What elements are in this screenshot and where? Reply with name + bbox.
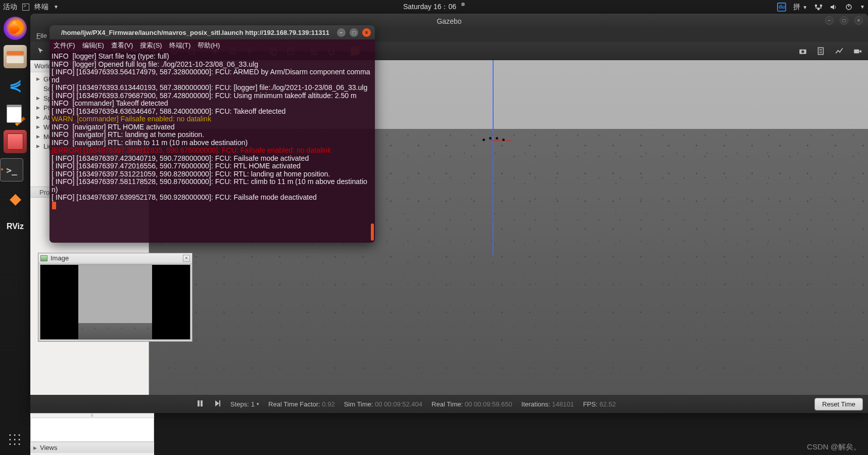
iter-value: 148101 [552, 400, 574, 408]
svg-rect-0 [815, 5, 817, 7]
rviz-empty-area [30, 418, 154, 442]
rtf-value: 0.92 [322, 400, 334, 408]
menu-search[interactable]: 搜索(S) [140, 41, 162, 50]
fps-value: 62.52 [599, 400, 616, 408]
camera-icon[interactable] [796, 44, 809, 58]
views-header[interactable]: ▶Views [30, 442, 154, 453]
files-icon[interactable] [4, 45, 27, 68]
tab-world[interactable]: World [34, 62, 52, 70]
pause-button[interactable] [196, 399, 204, 409]
drone-model[interactable] [483, 137, 505, 143]
close-icon[interactable]: × [183, 255, 190, 262]
log-icon[interactable] [814, 44, 828, 58]
svg-rect-1 [820, 5, 822, 7]
reset-time-button[interactable]: Reset Time [814, 398, 863, 411]
network-icon[interactable] [814, 3, 823, 11]
close-button[interactable]: × [362, 28, 371, 37]
vscode-icon[interactable]: ⋞ [4, 73, 27, 97]
terminal-output[interactable]: INFO [logger] Start file log (type: full… [50, 52, 375, 211]
simtime-value: 00 00:09:52.404 [375, 400, 422, 408]
shield-icon[interactable]: du [777, 3, 786, 12]
terminal-titlebar[interactable]: /home/ljw/PX4_Firmware/launch/mavros_pos… [50, 25, 375, 39]
menu-file[interactable]: 文件(F) [54, 41, 75, 50]
menu-file[interactable]: File [36, 32, 47, 39]
gedit-icon[interactable] [4, 102, 27, 125]
drag-handle-icon[interactable]: ⠿ [30, 414, 154, 418]
maximize-button[interactable]: □ [350, 28, 358, 37]
svg-rect-20 [219, 400, 220, 406]
gazebo-title: Gazebo [437, 17, 461, 25]
steps-label: Steps: [230, 400, 249, 408]
simtime-label: Sim Time: [344, 400, 373, 408]
gazebo-icon[interactable]: ◆ [4, 187, 27, 210]
minimize-button[interactable]: − [337, 28, 346, 37]
gnome-topbar: 活动 终端 ▼ Saturday 16：06 du 拼 ▼ ▼ [0, 0, 868, 14]
scrollbar[interactable] [370, 53, 374, 241]
app-name[interactable]: 终端 [34, 3, 49, 12]
svg-rect-19 [201, 400, 203, 406]
realtime-value: 00 00:09:59.650 [465, 400, 512, 408]
minimize-button[interactable]: − [825, 16, 834, 25]
close-button[interactable]: × [854, 16, 863, 25]
rviz-icon[interactable]: RViz [4, 215, 27, 238]
image-view[interactable] [40, 264, 190, 340]
cursor-icon[interactable] [34, 44, 47, 58]
maximize-button[interactable]: □ [840, 16, 848, 25]
ime-indicator[interactable]: 拼 ▼ [793, 3, 807, 12]
record-icon[interactable] [851, 44, 864, 58]
app-grid-icon[interactable]: ∙∙∙∙∙∙∙∙∙ [8, 432, 22, 446]
launcher-dock: ⋞ >_ ◆ RViz ∙∙∙∙∙∙∙∙∙ [0, 14, 30, 455]
gazebo-statusbar: Steps: 1 ▾ Real Time Factor: 0.92 Sim Ti… [30, 395, 868, 413]
scrollbar-thumb[interactable] [371, 223, 374, 241]
chevron-down-icon[interactable]: ▼ [54, 4, 59, 10]
notification-dot-icon [461, 3, 465, 6]
rtf-label: Real Time Factor: [268, 400, 320, 408]
picture-icon [40, 255, 47, 261]
svg-rect-4 [848, 4, 849, 7]
z-axis-icon [493, 60, 494, 255]
svg-rect-17 [854, 49, 859, 53]
svg-rect-18 [198, 400, 200, 406]
firefox-icon[interactable] [4, 17, 27, 40]
step-button[interactable] [213, 399, 221, 409]
activities-button[interactable]: 活动 [3, 3, 17, 12]
terminal-app-icon[interactable]: >_ [0, 158, 23, 181]
menu-help[interactable]: 帮助(H) [198, 41, 220, 50]
menu-edit[interactable]: 编辑(E) [82, 41, 104, 50]
terminal-icon [22, 4, 29, 11]
fps-label: FPS: [583, 400, 598, 408]
volume-icon[interactable] [830, 3, 838, 11]
power-icon[interactable] [845, 3, 853, 11]
steps-value[interactable]: 1 [251, 400, 255, 408]
chevron-down-icon[interactable]: ▼ [860, 4, 865, 10]
watermark: CSDN @解矣。 [807, 442, 861, 452]
terminal-title: /home/ljw/PX4_Firmware/launch/mavros_pos… [54, 29, 337, 36]
clock[interactable]: Saturday 16：06 [403, 3, 456, 12]
terminal-window: /home/ljw/PX4_Firmware/launch/mavros_pos… [50, 25, 375, 243]
plot-icon[interactable] [833, 44, 846, 58]
svg-point-15 [801, 50, 804, 53]
menu-terminal[interactable]: 终端(T) [169, 41, 191, 50]
menu-view[interactable]: 查看(V) [111, 41, 133, 50]
running-indicator-icon [1, 168, 3, 170]
image-panel: Image × [38, 253, 192, 342]
image-panel-titlebar[interactable]: Image × [38, 253, 192, 263]
rviz-panel: ⠿ ▶Views [30, 413, 154, 455]
app-icon[interactable] [4, 130, 27, 153]
realtime-label: Real Time: [431, 400, 463, 408]
terminal-menubar: 文件(F) 编辑(E) 查看(V) 搜索(S) 终端(T) 帮助(H) [50, 39, 375, 52]
iter-label: Iterations: [521, 400, 550, 408]
image-panel-title: Image [51, 254, 69, 262]
